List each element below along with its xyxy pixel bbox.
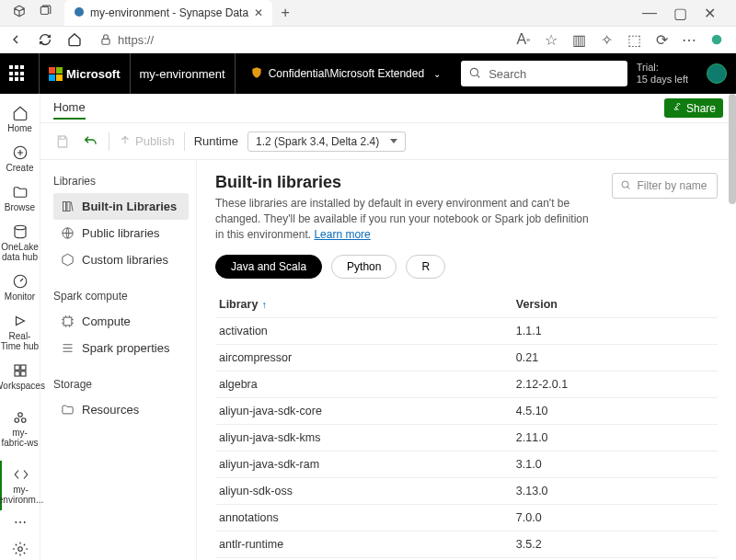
home-icon xyxy=(12,105,29,121)
svg-point-3 xyxy=(712,35,722,45)
browser-tab[interactable]: my-environment - Synapse Data ✕ xyxy=(64,0,272,26)
column-header-library[interactable]: Library↑ xyxy=(219,298,516,311)
sidebar-item-builtin-libraries[interactable]: Built-in Libraries xyxy=(53,193,189,220)
sidebar-section-storage: Storage xyxy=(53,378,189,391)
browser-address-bar: https:// A» ☆ ▥ ✧ ⬚ ⟳ ⋯ xyxy=(0,27,736,53)
tabs-icon[interactable] xyxy=(39,5,52,21)
plus-circle-icon xyxy=(12,144,29,161)
rail-monitor[interactable]: Monitor xyxy=(0,268,40,307)
rail-my-fabric-ws[interactable]: my-fabric-ws xyxy=(0,404,40,453)
library-name: aliyun-java-sdk-kms xyxy=(219,431,516,444)
library-name: aircompressor xyxy=(219,351,516,364)
undo-button[interactable] xyxy=(81,132,99,151)
library-name: algebra xyxy=(219,378,516,391)
home-button[interactable] xyxy=(64,29,85,50)
main-panel: Built-in libraries These libraries are i… xyxy=(197,160,736,560)
table-row: aliyun-sdk-oss3.13.0 xyxy=(215,478,718,505)
scrollbar-thumb[interactable] xyxy=(729,94,736,204)
rail-my-environment[interactable]: my-environm... xyxy=(0,461,40,510)
toolbar-separator xyxy=(109,132,109,151)
rail-create[interactable]: Create xyxy=(0,139,40,178)
toolbar: Publish Runtime 1.2 (Spark 3.4, Delta 2.… xyxy=(40,123,736,160)
monitor-icon xyxy=(12,273,29,290)
share-icon xyxy=(672,101,683,115)
library-name: antlr-runtime xyxy=(219,538,516,551)
collections-icon[interactable]: ✧ xyxy=(598,31,615,48)
copilot-icon[interactable] xyxy=(708,31,725,48)
maximize-icon[interactable]: ▢ xyxy=(673,5,687,22)
svg-rect-19 xyxy=(63,317,72,326)
rail-more[interactable]: ⋯ xyxy=(0,510,40,535)
sync-icon[interactable]: ⟳ xyxy=(653,31,670,48)
tab-favicon-icon xyxy=(74,6,85,20)
library-name: annotations xyxy=(219,511,516,524)
svg-point-1 xyxy=(75,7,84,17)
more-icon[interactable]: ⋯ xyxy=(681,31,697,48)
cube-icon[interactable] xyxy=(13,5,26,21)
gear-icon xyxy=(12,541,29,557)
libraries-table: Library↑ Version activation1.1.1aircompr… xyxy=(215,291,718,560)
workspace-icon xyxy=(12,409,29,426)
rail-home[interactable]: Home xyxy=(0,99,40,139)
svg-rect-11 xyxy=(20,371,25,376)
column-header-version[interactable]: Version xyxy=(516,298,714,311)
main-column: Home Share Publish Runtime 1.2 (Spark 3.… xyxy=(40,94,736,560)
page-title: Built-in libraries xyxy=(215,173,593,192)
table-row: aliyun-java-sdk-core4.5.10 xyxy=(215,398,718,425)
content-area: Libraries Built-in Libraries Public libr… xyxy=(40,160,736,560)
library-name: activation xyxy=(219,325,516,337)
search-icon xyxy=(468,66,481,82)
tab-r[interactable]: R xyxy=(406,255,445,279)
close-icon[interactable]: ✕ xyxy=(254,6,263,19)
sidebar-item-compute[interactable]: Compute xyxy=(53,308,189,335)
learn-more-link[interactable]: Learn more xyxy=(314,228,370,241)
save-button[interactable] xyxy=(53,132,72,151)
url-text: https:// xyxy=(118,33,154,47)
filter-input[interactable]: Filter by name xyxy=(612,173,718,199)
svg-point-13 xyxy=(15,418,19,423)
app-launcher-icon[interactable] xyxy=(9,65,26,82)
environment-name[interactable]: my-environment xyxy=(140,53,236,94)
avatar[interactable] xyxy=(707,63,727,84)
svg-rect-8 xyxy=(15,365,19,370)
publish-button[interactable]: Publish xyxy=(119,133,175,149)
read-aloud-icon[interactable]: A» xyxy=(515,31,532,48)
refresh-button[interactable] xyxy=(35,29,55,50)
sensitivity-label[interactable]: Confidential\Microsoft Extended ⌄ xyxy=(245,53,446,94)
rail-browse[interactable]: Browse xyxy=(0,178,40,218)
sidebar-item-custom-libraries[interactable]: Custom libraries xyxy=(53,246,189,273)
favorite-icon[interactable]: ☆ xyxy=(543,31,559,48)
more-icon: ⋯ xyxy=(14,516,27,530)
library-version: 7.0.0 xyxy=(516,511,714,524)
minimize-icon[interactable]: — xyxy=(642,5,657,22)
runtime-select[interactable]: 1.2 (Spark 3.4, Delta 2.4) xyxy=(247,131,406,152)
sidebar-item-public-libraries[interactable]: Public libraries xyxy=(53,220,189,246)
workspaces-icon xyxy=(12,362,29,379)
svg-rect-16 xyxy=(63,202,66,211)
folder-icon xyxy=(12,184,29,200)
share-button[interactable]: Share xyxy=(664,98,723,118)
rail-onelake[interactable]: OneLake data hub xyxy=(0,218,40,268)
table-row: antlr-runtime3.5.2 xyxy=(215,531,718,558)
rail-realtime[interactable]: Real-Time hub xyxy=(0,307,40,357)
filter-placeholder: Filter by name xyxy=(637,179,707,192)
tab-java-scala[interactable]: Java and Scala xyxy=(215,255,322,279)
split-icon[interactable]: ▥ xyxy=(570,31,587,48)
rail-data-engineering[interactable]: Data Engineering xyxy=(0,535,40,560)
table-row: annotations7.0.0 xyxy=(215,505,718,531)
back-button[interactable] xyxy=(6,29,26,50)
svg-rect-17 xyxy=(67,202,70,211)
sidebar-item-resources[interactable]: Resources xyxy=(53,396,189,423)
add-tab-button[interactable]: + xyxy=(272,0,298,26)
breadcrumb-home[interactable]: Home xyxy=(53,100,86,120)
rail-workspaces[interactable]: Workspaces xyxy=(0,357,40,396)
url-bar[interactable]: https:// xyxy=(94,33,506,47)
microsoft-logo[interactable]: Microsoft xyxy=(39,53,131,94)
sidebar-item-spark-properties[interactable]: Spark properties xyxy=(53,335,189,361)
extensions-icon[interactable]: ⬚ xyxy=(626,31,642,48)
search-box[interactable]: Search xyxy=(461,61,627,86)
page-description: These libraries are installed by default… xyxy=(215,196,593,242)
tab-python[interactable]: Python xyxy=(331,255,397,279)
library-icon xyxy=(61,200,75,213)
close-window-icon[interactable]: ✕ xyxy=(704,5,716,22)
